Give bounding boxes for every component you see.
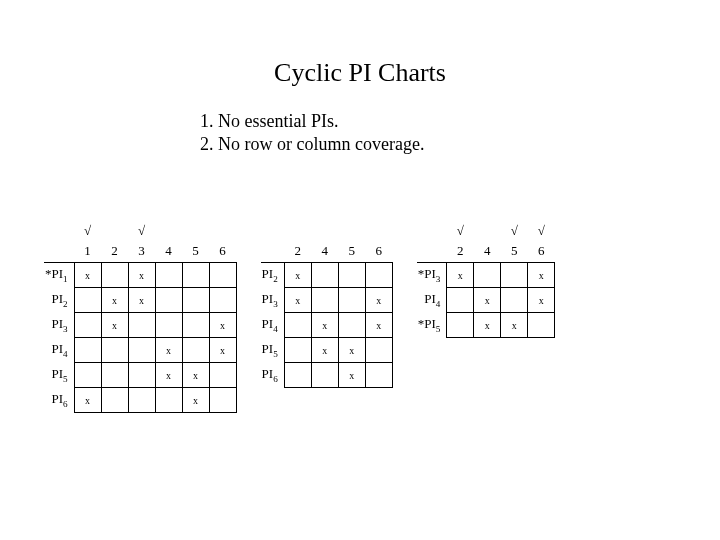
- row-label: PI4: [44, 338, 74, 363]
- col-tick: √: [528, 220, 555, 240]
- col-num: 4: [474, 240, 501, 262]
- col-tick: √: [447, 220, 474, 240]
- x-mark: x: [485, 320, 490, 331]
- row-label: *PI3: [417, 263, 447, 288]
- row-label: PI3: [44, 313, 74, 338]
- col-num: 4: [311, 240, 338, 262]
- x-mark: x: [539, 295, 544, 306]
- x-mark: x: [322, 345, 327, 356]
- col-num: 2: [447, 240, 474, 262]
- x-mark: x: [193, 370, 198, 381]
- x-mark: x: [322, 320, 327, 331]
- row-label: PI2: [44, 288, 74, 313]
- col-num: 4: [155, 240, 182, 262]
- x-mark: x: [220, 320, 225, 331]
- x-mark: x: [139, 270, 144, 281]
- x-mark: x: [512, 320, 517, 331]
- row-label: *PI5: [417, 313, 447, 338]
- pi-chart-1: √ √ 1 2 3 4 5 6 *PI1 x x PI2 x x PI3 x x…: [44, 220, 237, 413]
- page-title: Cyclic PI Charts: [0, 58, 720, 88]
- col-num: 1: [74, 240, 101, 262]
- col-num: 6: [528, 240, 555, 262]
- row-label: PI4: [261, 313, 285, 338]
- x-mark: x: [85, 270, 90, 281]
- col-num: 2: [101, 240, 128, 262]
- col-num: 6: [209, 240, 236, 262]
- x-mark: x: [376, 295, 381, 306]
- x-mark: x: [220, 345, 225, 356]
- bullet-2: 2. No row or column coverage.: [200, 133, 424, 156]
- x-mark: x: [166, 345, 171, 356]
- col-num: 5: [338, 240, 365, 262]
- x-mark: x: [349, 370, 354, 381]
- x-mark: x: [193, 395, 198, 406]
- row-label: PI4: [417, 288, 447, 313]
- col-tick: √: [501, 220, 528, 240]
- x-mark: x: [539, 270, 544, 281]
- col-num: 6: [365, 240, 392, 262]
- col-tick: √: [74, 220, 101, 240]
- bullet-list: 1. No essential PIs. 2. No row or column…: [200, 110, 424, 155]
- pi-chart-3: √ √ √ 2 4 5 6 *PI3 x x PI4 x x *PI5 x x: [417, 220, 556, 413]
- row-label: PI3: [261, 288, 285, 313]
- row-label: PI5: [261, 338, 285, 363]
- row-label: PI2: [261, 263, 285, 288]
- x-mark: x: [295, 270, 300, 281]
- row-label: PI6: [44, 388, 74, 413]
- row-label: PI6: [261, 363, 285, 388]
- x-mark: x: [376, 320, 381, 331]
- charts-row: √ √ 1 2 3 4 5 6 *PI1 x x PI2 x x PI3 x x…: [44, 220, 555, 413]
- col-num: 3: [128, 240, 155, 262]
- x-mark: x: [458, 270, 463, 281]
- col-num: 5: [501, 240, 528, 262]
- col-num: 2: [284, 240, 311, 262]
- col-num: 5: [182, 240, 209, 262]
- x-mark: x: [295, 295, 300, 306]
- x-mark: x: [349, 345, 354, 356]
- x-mark: x: [139, 295, 144, 306]
- row-label: PI5: [44, 363, 74, 388]
- x-mark: x: [85, 395, 90, 406]
- x-mark: x: [112, 320, 117, 331]
- col-tick: √: [128, 220, 155, 240]
- pi-chart-2: 2 4 5 6 PI2 x PI3 x x PI4 x x PI5 x x PI…: [261, 220, 393, 413]
- row-label: *PI1: [44, 263, 74, 288]
- x-mark: x: [166, 370, 171, 381]
- x-mark: x: [485, 295, 490, 306]
- bullet-1: 1. No essential PIs.: [200, 110, 424, 133]
- x-mark: x: [112, 295, 117, 306]
